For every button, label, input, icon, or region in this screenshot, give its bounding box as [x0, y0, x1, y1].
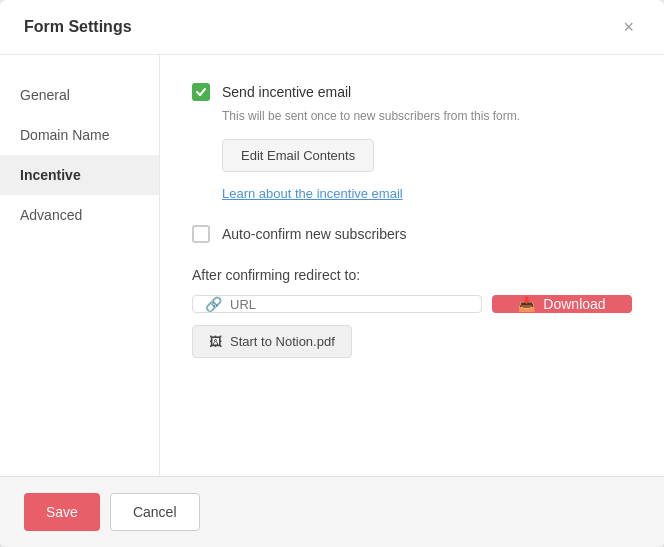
modal-body: General Domain Name Incentive Advanced: [0, 55, 664, 476]
sidebar-item-advanced[interactable]: Advanced: [0, 195, 159, 235]
edit-email-button[interactable]: Edit Email Contents: [222, 139, 374, 172]
file-icon: 🖼: [209, 334, 222, 349]
link-icon: 🔗: [205, 296, 222, 312]
download-icon: 📥: [518, 296, 535, 312]
redirect-row: 🔗 📥 Download: [192, 295, 632, 313]
content-area: Send incentive email This will be sent o…: [160, 55, 664, 476]
sidebar: General Domain Name Incentive Advanced: [0, 55, 160, 476]
hint-text: This will be sent once to new subscriber…: [222, 109, 632, 123]
auto-confirm-row: Auto-confirm new subscribers: [192, 225, 632, 243]
redirect-label: After confirming redirect to:: [192, 267, 632, 283]
save-button[interactable]: Save: [24, 493, 100, 531]
sidebar-item-incentive[interactable]: Incentive: [0, 155, 159, 195]
auto-confirm-checkbox[interactable]: [192, 225, 210, 243]
url-input-wrapper: 🔗: [192, 295, 482, 313]
form-settings-modal: Form Settings × General Domain Name Ince…: [0, 0, 664, 547]
sidebar-item-general[interactable]: General: [0, 75, 159, 115]
modal-title: Form Settings: [24, 18, 132, 36]
auto-confirm-label: Auto-confirm new subscribers: [222, 226, 406, 242]
send-incentive-checkbox[interactable]: [192, 83, 210, 101]
modal-header: Form Settings ×: [0, 0, 664, 55]
url-input[interactable]: [230, 297, 469, 312]
download-button[interactable]: 📥 Download: [492, 295, 632, 313]
send-incentive-label: Send incentive email: [222, 84, 351, 100]
cancel-button[interactable]: Cancel: [110, 493, 200, 531]
sidebar-item-domain-name[interactable]: Domain Name: [0, 115, 159, 155]
modal-footer: Save Cancel: [0, 476, 664, 547]
file-button[interactable]: 🖼 Start to Notion.pdf: [192, 325, 352, 358]
send-incentive-row: Send incentive email: [192, 83, 632, 101]
learn-link[interactable]: Learn about the incentive email: [222, 186, 632, 201]
close-button[interactable]: ×: [617, 16, 640, 38]
